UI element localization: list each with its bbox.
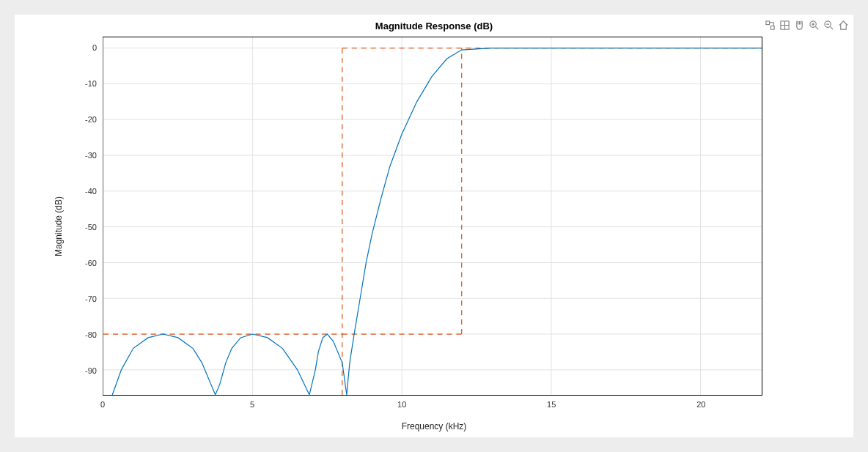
home-icon[interactable] <box>837 19 849 31</box>
svg-rect-1 <box>770 26 774 29</box>
y-tick-label: -90 <box>67 366 97 375</box>
figure-panel: Magnitude Response (dB) Magnitude (dB) <box>15 15 853 437</box>
x-tick-label: 20 <box>686 400 716 409</box>
y-tick-label: -10 <box>67 79 97 88</box>
svg-rect-0 <box>765 21 769 24</box>
zoom-in-icon[interactable] <box>808 19 820 31</box>
y-tick-label: -20 <box>67 115 97 124</box>
y-tick-label: -60 <box>67 259 97 267</box>
chart-title: Magnitude Response (dB) <box>15 21 853 32</box>
y-axis-label: Magnitude (dB) <box>54 196 64 256</box>
y-tick-label: -80 <box>67 330 97 339</box>
x-tick-label: 0 <box>88 400 117 409</box>
x-axis-label: Frequency (kHz) <box>15 421 853 431</box>
y-tick-label: -70 <box>67 294 97 303</box>
y-tick-label: -30 <box>67 151 97 160</box>
zoom-out-icon[interactable] <box>823 19 834 31</box>
y-tick-label: -40 <box>67 187 97 196</box>
axes-toolbar <box>764 19 849 31</box>
data-cursor-icon[interactable] <box>779 19 790 31</box>
brush-icon[interactable] <box>764 19 776 31</box>
x-tick-label: 10 <box>387 400 416 409</box>
x-tick-label: 15 <box>537 400 566 409</box>
axes <box>103 37 762 396</box>
y-tick-label: 0 <box>67 43 97 52</box>
x-tick-label: 5 <box>238 400 267 409</box>
plot-svg <box>103 37 762 395</box>
pan-icon[interactable] <box>793 19 805 31</box>
y-tick-label: -50 <box>67 223 97 231</box>
